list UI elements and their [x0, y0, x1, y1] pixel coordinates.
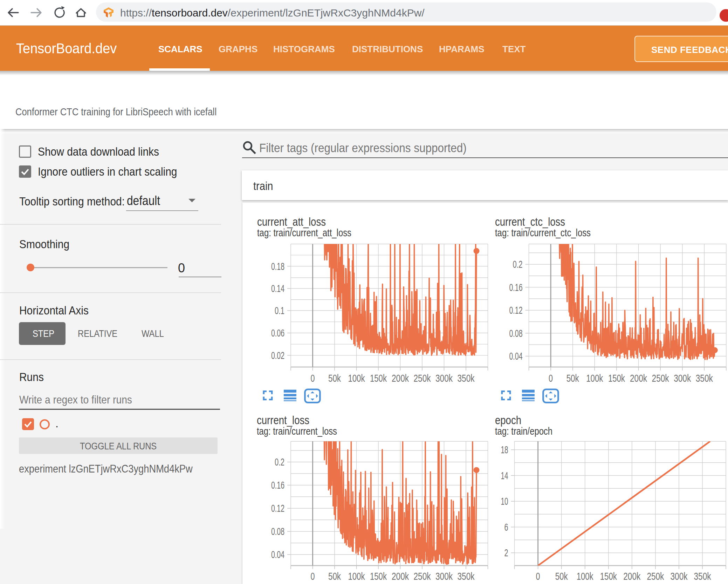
svg-text:100k: 100k — [348, 571, 365, 582]
svg-text:18: 18 — [501, 444, 508, 455]
svg-text:0: 0 — [549, 373, 553, 384]
svg-text:350k: 350k — [696, 373, 713, 384]
svg-text:300k: 300k — [674, 373, 691, 384]
svg-text:150k: 150k — [370, 571, 387, 582]
svg-text:2: 2 — [504, 547, 508, 558]
svg-text:0.08: 0.08 — [271, 526, 284, 537]
svg-text:0: 0 — [536, 571, 540, 582]
svg-text:current_loss: current_loss — [257, 414, 309, 427]
svg-text:50k: 50k — [328, 571, 341, 582]
svg-text:200k: 200k — [392, 373, 409, 384]
svg-text:200k: 200k — [392, 571, 409, 582]
svg-text:6: 6 — [504, 522, 508, 533]
svg-text:current_att_loss: current_att_loss — [257, 215, 326, 228]
svg-text:0.12: 0.12 — [509, 305, 523, 316]
svg-text:50k: 50k — [555, 571, 568, 582]
svg-text:50k: 50k — [566, 373, 579, 384]
svg-text:tag: train/current_att_loss: tag: train/current_att_loss — [257, 227, 351, 238]
svg-text:0.12: 0.12 — [271, 503, 284, 514]
svg-text:100k: 100k — [348, 373, 365, 384]
svg-text:300k: 300k — [435, 373, 453, 384]
svg-text:0.1: 0.1 — [275, 305, 284, 316]
svg-text:50k: 50k — [328, 373, 341, 384]
svg-text:tag: train/epoch: tag: train/epoch — [495, 426, 552, 437]
svg-text:250k: 250k — [414, 373, 431, 384]
svg-text:0.04: 0.04 — [271, 549, 284, 560]
svg-text:0.04: 0.04 — [509, 351, 523, 362]
svg-text:350k: 350k — [458, 571, 475, 582]
svg-text:300k: 300k — [435, 571, 453, 582]
svg-text:350k: 350k — [458, 373, 475, 384]
svg-text:250k: 250k — [414, 571, 431, 582]
svg-text:0.02: 0.02 — [271, 350, 284, 361]
svg-text:0.06: 0.06 — [271, 327, 284, 339]
svg-text:epoch: epoch — [495, 414, 521, 427]
svg-text:tag: train/current_ctc_loss: tag: train/current_ctc_loss — [495, 227, 591, 238]
svg-text:250k: 250k — [647, 571, 664, 582]
svg-text:current_ctc_loss: current_ctc_loss — [495, 215, 565, 228]
svg-text:150k: 150k — [600, 571, 617, 582]
svg-text:350k: 350k — [694, 571, 711, 582]
svg-text:0.16: 0.16 — [271, 480, 284, 491]
svg-text:0: 0 — [311, 571, 315, 582]
svg-text:10: 10 — [501, 496, 508, 507]
svg-text:150k: 150k — [608, 373, 625, 384]
svg-text:0.08: 0.08 — [509, 328, 523, 339]
svg-text:200k: 200k — [630, 373, 647, 384]
svg-text:300k: 300k — [671, 571, 688, 582]
svg-text:100k: 100k — [586, 373, 603, 384]
svg-text:14: 14 — [501, 470, 508, 481]
svg-text:250k: 250k — [652, 373, 669, 384]
svg-text:0.2: 0.2 — [513, 259, 523, 270]
svg-text:0.2: 0.2 — [275, 456, 284, 468]
svg-text:100k: 100k — [577, 571, 593, 582]
svg-text:tag: train/current_loss: tag: train/current_loss — [257, 426, 337, 437]
svg-text:200k: 200k — [623, 571, 640, 582]
svg-text:0.18: 0.18 — [271, 261, 284, 272]
svg-text:0.14: 0.14 — [271, 283, 284, 294]
svg-text:0.16: 0.16 — [509, 282, 523, 293]
svg-text:0: 0 — [311, 373, 315, 384]
svg-text:150k: 150k — [370, 373, 387, 384]
